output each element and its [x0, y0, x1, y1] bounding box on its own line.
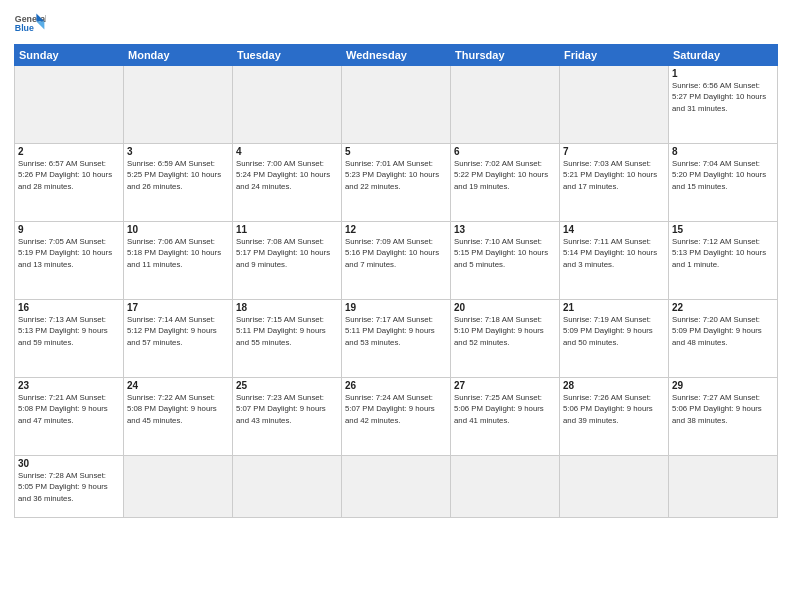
calendar-week-row: 9Sunrise: 7:05 AM Sunset: 5:19 PM Daylig… — [15, 222, 778, 300]
day-number: 13 — [454, 224, 556, 235]
day-info: Sunrise: 6:57 AM Sunset: 5:26 PM Dayligh… — [18, 158, 120, 192]
day-info: Sunrise: 6:56 AM Sunset: 5:27 PM Dayligh… — [672, 80, 774, 114]
day-number: 27 — [454, 380, 556, 391]
calendar-week-row: 1Sunrise: 6:56 AM Sunset: 5:27 PM Daylig… — [15, 66, 778, 144]
day-number: 6 — [454, 146, 556, 157]
day-info: Sunrise: 7:17 AM Sunset: 5:11 PM Dayligh… — [345, 314, 447, 348]
calendar-cell — [669, 456, 778, 518]
day-number: 12 — [345, 224, 447, 235]
day-info: Sunrise: 7:01 AM Sunset: 5:23 PM Dayligh… — [345, 158, 447, 192]
calendar-cell: 1Sunrise: 6:56 AM Sunset: 5:27 PM Daylig… — [669, 66, 778, 144]
day-info: Sunrise: 7:00 AM Sunset: 5:24 PM Dayligh… — [236, 158, 338, 192]
day-number: 19 — [345, 302, 447, 313]
day-info: Sunrise: 7:20 AM Sunset: 5:09 PM Dayligh… — [672, 314, 774, 348]
calendar-cell: 20Sunrise: 7:18 AM Sunset: 5:10 PM Dayli… — [451, 300, 560, 378]
calendar-cell: 17Sunrise: 7:14 AM Sunset: 5:12 PM Dayli… — [124, 300, 233, 378]
svg-text:Blue: Blue — [15, 23, 34, 33]
day-info: Sunrise: 7:02 AM Sunset: 5:22 PM Dayligh… — [454, 158, 556, 192]
svg-marker-3 — [36, 22, 44, 30]
day-number: 18 — [236, 302, 338, 313]
weekday-header: Sunday — [15, 45, 124, 66]
day-info: Sunrise: 7:21 AM Sunset: 5:08 PM Dayligh… — [18, 392, 120, 426]
calendar-week-row: 23Sunrise: 7:21 AM Sunset: 5:08 PM Dayli… — [15, 378, 778, 456]
weekday-header: Monday — [124, 45, 233, 66]
day-info: Sunrise: 7:23 AM Sunset: 5:07 PM Dayligh… — [236, 392, 338, 426]
calendar-cell — [124, 456, 233, 518]
day-number: 7 — [563, 146, 665, 157]
day-info: Sunrise: 7:19 AM Sunset: 5:09 PM Dayligh… — [563, 314, 665, 348]
calendar-cell — [15, 66, 124, 144]
calendar-cell — [451, 456, 560, 518]
calendar-cell — [233, 66, 342, 144]
calendar-cell: 11Sunrise: 7:08 AM Sunset: 5:17 PM Dayli… — [233, 222, 342, 300]
day-info: Sunrise: 7:18 AM Sunset: 5:10 PM Dayligh… — [454, 314, 556, 348]
day-info: Sunrise: 7:09 AM Sunset: 5:16 PM Dayligh… — [345, 236, 447, 270]
day-number: 30 — [18, 458, 120, 469]
calendar-cell: 23Sunrise: 7:21 AM Sunset: 5:08 PM Dayli… — [15, 378, 124, 456]
day-number: 28 — [563, 380, 665, 391]
day-number: 25 — [236, 380, 338, 391]
day-info: Sunrise: 7:28 AM Sunset: 5:05 PM Dayligh… — [18, 470, 120, 504]
day-info: Sunrise: 7:14 AM Sunset: 5:12 PM Dayligh… — [127, 314, 229, 348]
logo: General Blue — [14, 10, 46, 38]
day-info: Sunrise: 7:04 AM Sunset: 5:20 PM Dayligh… — [672, 158, 774, 192]
weekday-header: Friday — [560, 45, 669, 66]
day-info: Sunrise: 7:24 AM Sunset: 5:07 PM Dayligh… — [345, 392, 447, 426]
page: General Blue SundayMondayTuesdayWednesda… — [0, 0, 792, 612]
calendar-cell: 5Sunrise: 7:01 AM Sunset: 5:23 PM Daylig… — [342, 144, 451, 222]
day-info: Sunrise: 7:13 AM Sunset: 5:13 PM Dayligh… — [18, 314, 120, 348]
logo-icon: General Blue — [14, 10, 46, 38]
day-number: 20 — [454, 302, 556, 313]
calendar-cell: 12Sunrise: 7:09 AM Sunset: 5:16 PM Dayli… — [342, 222, 451, 300]
weekday-header: Saturday — [669, 45, 778, 66]
calendar-cell: 9Sunrise: 7:05 AM Sunset: 5:19 PM Daylig… — [15, 222, 124, 300]
day-number: 11 — [236, 224, 338, 235]
calendar-cell: 10Sunrise: 7:06 AM Sunset: 5:18 PM Dayli… — [124, 222, 233, 300]
day-info: Sunrise: 7:27 AM Sunset: 5:06 PM Dayligh… — [672, 392, 774, 426]
calendar-cell: 30Sunrise: 7:28 AM Sunset: 5:05 PM Dayli… — [15, 456, 124, 518]
calendar-week-row: 30Sunrise: 7:28 AM Sunset: 5:05 PM Dayli… — [15, 456, 778, 518]
day-number: 16 — [18, 302, 120, 313]
calendar-cell: 6Sunrise: 7:02 AM Sunset: 5:22 PM Daylig… — [451, 144, 560, 222]
day-number: 4 — [236, 146, 338, 157]
calendar-week-row: 16Sunrise: 7:13 AM Sunset: 5:13 PM Dayli… — [15, 300, 778, 378]
day-number: 21 — [563, 302, 665, 313]
calendar-cell: 28Sunrise: 7:26 AM Sunset: 5:06 PM Dayli… — [560, 378, 669, 456]
day-info: Sunrise: 6:59 AM Sunset: 5:25 PM Dayligh… — [127, 158, 229, 192]
calendar-cell: 2Sunrise: 6:57 AM Sunset: 5:26 PM Daylig… — [15, 144, 124, 222]
calendar-cell — [560, 66, 669, 144]
day-number: 26 — [345, 380, 447, 391]
day-info: Sunrise: 7:03 AM Sunset: 5:21 PM Dayligh… — [563, 158, 665, 192]
day-info: Sunrise: 7:08 AM Sunset: 5:17 PM Dayligh… — [236, 236, 338, 270]
calendar-cell: 4Sunrise: 7:00 AM Sunset: 5:24 PM Daylig… — [233, 144, 342, 222]
day-info: Sunrise: 7:11 AM Sunset: 5:14 PM Dayligh… — [563, 236, 665, 270]
calendar-cell — [451, 66, 560, 144]
day-info: Sunrise: 7:06 AM Sunset: 5:18 PM Dayligh… — [127, 236, 229, 270]
day-number: 5 — [345, 146, 447, 157]
day-number: 15 — [672, 224, 774, 235]
calendar-cell — [560, 456, 669, 518]
day-number: 22 — [672, 302, 774, 313]
calendar-cell: 16Sunrise: 7:13 AM Sunset: 5:13 PM Dayli… — [15, 300, 124, 378]
calendar-cell: 15Sunrise: 7:12 AM Sunset: 5:13 PM Dayli… — [669, 222, 778, 300]
calendar-cell: 26Sunrise: 7:24 AM Sunset: 5:07 PM Dayli… — [342, 378, 451, 456]
day-info: Sunrise: 7:25 AM Sunset: 5:06 PM Dayligh… — [454, 392, 556, 426]
calendar-cell: 14Sunrise: 7:11 AM Sunset: 5:14 PM Dayli… — [560, 222, 669, 300]
calendar-cell: 7Sunrise: 7:03 AM Sunset: 5:21 PM Daylig… — [560, 144, 669, 222]
header: General Blue — [14, 10, 778, 38]
day-number: 1 — [672, 68, 774, 79]
day-info: Sunrise: 7:05 AM Sunset: 5:19 PM Dayligh… — [18, 236, 120, 270]
calendar-cell — [233, 456, 342, 518]
calendar-cell — [124, 66, 233, 144]
day-number: 23 — [18, 380, 120, 391]
weekday-header: Tuesday — [233, 45, 342, 66]
calendar-week-row: 2Sunrise: 6:57 AM Sunset: 5:26 PM Daylig… — [15, 144, 778, 222]
day-number: 8 — [672, 146, 774, 157]
calendar-cell: 18Sunrise: 7:15 AM Sunset: 5:11 PM Dayli… — [233, 300, 342, 378]
weekday-header: Thursday — [451, 45, 560, 66]
day-info: Sunrise: 7:22 AM Sunset: 5:08 PM Dayligh… — [127, 392, 229, 426]
calendar-cell: 19Sunrise: 7:17 AM Sunset: 5:11 PM Dayli… — [342, 300, 451, 378]
calendar: SundayMondayTuesdayWednesdayThursdayFrid… — [14, 44, 778, 518]
calendar-cell — [342, 456, 451, 518]
day-number: 24 — [127, 380, 229, 391]
